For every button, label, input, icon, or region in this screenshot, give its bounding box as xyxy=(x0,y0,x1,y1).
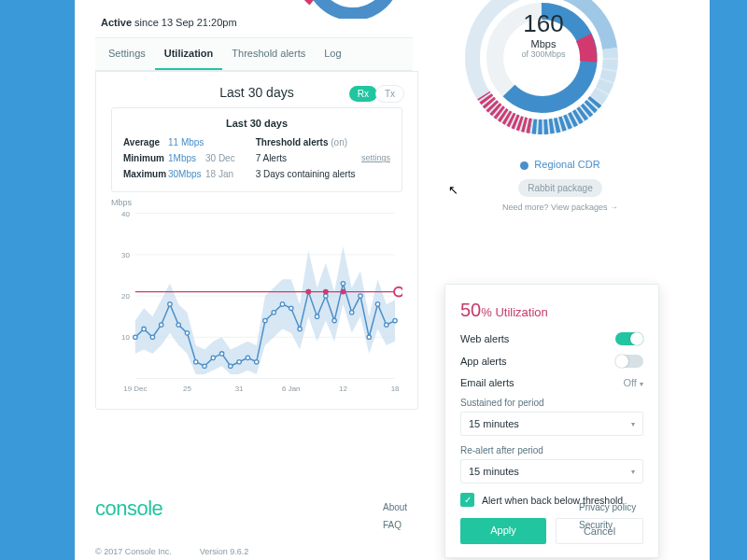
svg-point-28 xyxy=(280,302,284,306)
svg-point-13 xyxy=(150,335,154,339)
svg-point-11 xyxy=(134,335,137,339)
svg-text:20: 20 xyxy=(121,292,130,301)
tabs: Settings Utilization Threshold alerts Lo… xyxy=(95,37,413,71)
status-line: Active since 13 Sep 21:20pm xyxy=(101,17,237,28)
svg-point-44 xyxy=(340,289,345,295)
cursor-icon: ↖ xyxy=(448,183,458,197)
svg-point-39 xyxy=(375,302,379,306)
realert-select[interactable]: 15 minutes▾ xyxy=(460,459,643,483)
gauge: 160 Mbps of 300Mbps Regional CDR Rabbit … xyxy=(448,0,672,212)
svg-text:12: 12 xyxy=(339,385,347,393)
svg-point-24 xyxy=(246,356,249,359)
svg-point-41 xyxy=(393,318,397,322)
svg-point-30 xyxy=(298,327,302,330)
rx-pill[interactable]: Rx xyxy=(349,86,377,102)
popover-title: 50% Utilization xyxy=(460,300,643,321)
footer-link-privacy[interactable]: Privacy policy xyxy=(579,502,636,512)
svg-point-20 xyxy=(211,356,215,359)
svg-point-29 xyxy=(289,306,293,310)
email-alerts-dropdown[interactable]: Off ▾ xyxy=(623,377,643,388)
svg-text:19 Dec: 19 Dec xyxy=(123,385,147,393)
footer-link-about[interactable]: About xyxy=(383,502,407,512)
svg-point-42 xyxy=(305,289,311,295)
stats-box: Last 30 days Average11 Mbps Minimum1Mbps… xyxy=(111,107,402,192)
svg-point-34 xyxy=(332,318,336,322)
svg-point-17 xyxy=(185,331,189,335)
mini-donut-fragment xyxy=(299,0,411,19)
copyright: © 2017 Console Inc.Version 9.6.2 xyxy=(95,547,689,556)
svg-text:30: 30 xyxy=(121,251,130,259)
svg-point-38 xyxy=(367,335,371,339)
tab-threshold-alerts[interactable]: Threshold alerts xyxy=(222,38,315,70)
stats-title: Last 30 days xyxy=(123,118,390,129)
svg-text:25: 25 xyxy=(183,385,191,393)
svg-point-18 xyxy=(194,360,198,364)
svg-point-25 xyxy=(254,360,258,364)
footer-link-faq[interactable]: FAQ xyxy=(383,520,407,530)
svg-text:31: 31 xyxy=(235,385,244,393)
web-alerts-label: Web alerts xyxy=(460,333,509,344)
svg-point-14 xyxy=(159,323,162,327)
svg-text:10: 10 xyxy=(121,333,130,342)
svg-text:18: 18 xyxy=(391,385,400,393)
svg-point-16 xyxy=(176,323,180,327)
svg-point-23 xyxy=(237,360,241,364)
package-chip[interactable]: Rabbit package xyxy=(518,179,602,197)
svg-text:6 Jan: 6 Jan xyxy=(282,385,300,393)
tab-log[interactable]: Log xyxy=(315,38,350,70)
app-alerts-toggle[interactable] xyxy=(615,355,643,368)
svg-point-36 xyxy=(349,311,353,315)
svg-point-22 xyxy=(229,364,233,368)
svg-point-19 xyxy=(203,364,206,368)
view-packages-link[interactable]: Need more? View packages → xyxy=(448,203,672,212)
stats-settings-link[interactable]: settings xyxy=(361,153,390,162)
svg-point-37 xyxy=(359,294,362,298)
utilization-chart: 1020304019 Dec25316 Jan1218 xyxy=(111,209,402,396)
svg-point-40 xyxy=(385,323,388,327)
svg-point-35 xyxy=(341,282,345,286)
svg-point-10 xyxy=(394,287,402,297)
footer-link-security[interactable]: Security xyxy=(579,520,636,530)
tx-pill[interactable]: Tx xyxy=(375,85,404,103)
svg-point-26 xyxy=(263,318,267,322)
email-alerts-label: Email alerts xyxy=(460,377,514,388)
tab-utilization[interactable]: Utilization xyxy=(155,38,223,70)
svg-point-27 xyxy=(272,311,275,315)
y-axis-label: Mbps xyxy=(111,198,402,207)
svg-point-15 xyxy=(168,302,172,306)
svg-text:40: 40 xyxy=(121,210,130,218)
svg-point-21 xyxy=(219,352,223,356)
web-alerts-toggle[interactable] xyxy=(615,332,643,345)
svg-point-43 xyxy=(323,289,329,295)
gauge-legend: Regional CDR xyxy=(448,159,672,170)
chart-card: Last 30 days Rx Tx Last 30 days Average1… xyxy=(95,71,418,410)
svg-point-32 xyxy=(315,315,318,318)
svg-point-12 xyxy=(142,327,146,330)
gauge-value: 160 xyxy=(506,9,581,38)
app-alerts-label: App alerts xyxy=(460,356,507,367)
sustained-select[interactable]: 15 minutes▾ xyxy=(460,412,643,436)
rxtx-toggle[interactable]: Rx Tx xyxy=(349,85,404,103)
tab-settings[interactable]: Settings xyxy=(99,38,155,70)
